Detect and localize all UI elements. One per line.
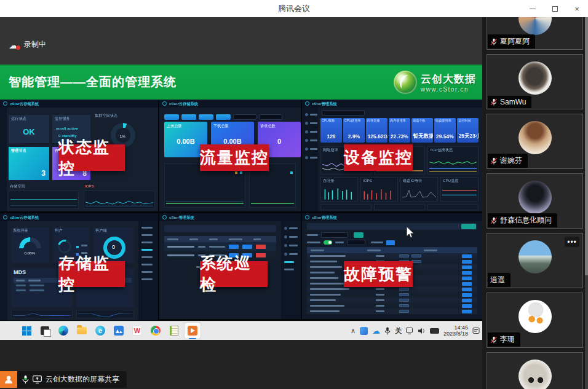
range-button[interactable] (216, 114, 231, 120)
overlay-status-monitor: 状态监控 (58, 144, 125, 171)
range-button[interactable] (199, 114, 213, 120)
row-cell (411, 260, 421, 263)
detail-button[interactable] (462, 254, 472, 258)
detail-button[interactable] (462, 310, 472, 313)
notepad-icon (170, 326, 178, 336)
host-select[interactable] (322, 110, 365, 116)
scrollbar-thumb[interactable] (585, 17, 588, 275)
range-button[interactable] (164, 114, 179, 120)
create-button[interactable] (461, 224, 476, 229)
detail-button[interactable] (462, 293, 472, 297)
name-chip: 夏阿夏阿 (488, 34, 535, 49)
notes-button[interactable] (166, 323, 182, 339)
file-explorer-button[interactable] (74, 323, 90, 339)
chart-title: 吞吐量 (323, 178, 335, 184)
notification-icon[interactable] (472, 327, 480, 334)
detail-button[interactable] (462, 288, 472, 291)
chrome-button[interactable] (148, 323, 164, 339)
mgmt-node-card[interactable]: 管理节点 3 (9, 147, 49, 180)
chrome-icon (151, 326, 161, 336)
clock-time: 14:45 (443, 324, 468, 331)
stat-label: CPU使用率 (344, 119, 361, 123)
apply-button[interactable] (386, 240, 395, 245)
edge-icon (58, 326, 68, 336)
participant-tile[interactable] (487, 352, 583, 389)
inspect-search-bar[interactable] (164, 225, 276, 232)
detail-button[interactable] (462, 277, 472, 280)
wps-button[interactable]: W (129, 323, 145, 339)
more-options-button[interactable]: ••• (565, 237, 579, 247)
alert-row (307, 308, 477, 314)
card-label: 管理节点 (11, 148, 26, 154)
chart-stub (374, 204, 425, 210)
row-cell (310, 288, 349, 290)
detail-button[interactable] (462, 304, 472, 308)
participant-tile[interactable]: 谢婉芬 (487, 114, 583, 169)
participant-tile[interactable]: 夏阿夏阿 (487, 17, 583, 50)
alert-toggle[interactable] (324, 240, 332, 245)
recording-indicator[interactable]: ☁ 录制中 (9, 39, 46, 50)
participant-tile[interactable]: 李珊 (487, 293, 583, 348)
row-cell (310, 305, 344, 307)
cloud-sync-icon[interactable]: ☁ (372, 326, 380, 336)
space-chart (9, 191, 79, 209)
detail-button[interactable] (462, 265, 472, 269)
detail-button[interactable] (462, 282, 472, 286)
tray-app-icon[interactable] (360, 327, 368, 335)
person-icon (4, 375, 14, 385)
view-button[interactable] (229, 245, 239, 249)
stat-value: 2.9% (345, 134, 364, 139)
meeting-app-button[interactable] (111, 323, 127, 339)
tray-mic-icon[interactable] (384, 327, 391, 335)
date-input[interactable] (259, 114, 282, 120)
card-label: 运行状态 (11, 116, 26, 122)
minimize-button[interactable] (522, 0, 544, 17)
filter-button[interactable] (354, 232, 364, 238)
start-button[interactable] (18, 323, 34, 339)
row-cell (376, 294, 384, 296)
screen-share-indicator[interactable]: 云创大数据的屏幕共享 (0, 371, 127, 388)
tray-display-icon[interactable] (406, 328, 414, 334)
filter-input[interactable] (321, 232, 348, 238)
ime-indicator[interactable]: 关 (395, 326, 402, 336)
name-chip: SamWu (488, 96, 531, 108)
browser-button[interactable]: e (92, 323, 108, 339)
tray-expand-chevron-icon[interactable]: ∧ (351, 327, 356, 335)
alert-row (307, 303, 477, 308)
tray-speaker-icon[interactable] (418, 328, 426, 334)
row-cell (399, 299, 409, 302)
participant-tile[interactable]: 舒森信息化顾问 (487, 173, 583, 229)
card-label: 上传总量 (167, 124, 182, 129)
node-value: 3 (41, 169, 46, 178)
range-button[interactable] (181, 114, 196, 120)
detail-button[interactable] (462, 260, 472, 264)
delete-button[interactable] (256, 245, 266, 249)
alert-topband (307, 223, 477, 230)
date-input[interactable] (233, 114, 256, 120)
detail-button[interactable] (462, 299, 472, 302)
participant-tile[interactable]: ••• 逍遥 (487, 233, 583, 288)
tray-device-icon[interactable] (430, 328, 439, 334)
download-button[interactable] (242, 245, 252, 249)
participant-tile[interactable]: SamWu (487, 54, 583, 109)
left-nav-strip (0, 108, 7, 211)
window-title: 腾讯会议 (0, 0, 588, 17)
close-button[interactable]: × (566, 0, 588, 17)
muted-mic-icon (490, 336, 498, 344)
taskbar-clock[interactable]: 14:45 2023/8/18 (443, 324, 468, 337)
presentation-button[interactable] (185, 323, 201, 339)
detail-button[interactable] (462, 271, 472, 275)
maximize-button[interactable] (544, 0, 566, 17)
task-view-button[interactable] (37, 323, 53, 339)
row-cell (399, 288, 409, 291)
overlay-fault-warning: 故障预警 (344, 261, 413, 287)
interval-select[interactable] (347, 240, 365, 245)
alert-row (307, 286, 477, 292)
row-cell (310, 299, 336, 301)
panel-header: cStor云存储系统 (169, 101, 198, 106)
edge-button[interactable] (55, 323, 71, 339)
folder-icon (77, 327, 87, 334)
sidebar-scrollbar[interactable] (585, 17, 588, 389)
share-screen-icon (33, 375, 42, 383)
run-status-value: OK (9, 127, 49, 136)
